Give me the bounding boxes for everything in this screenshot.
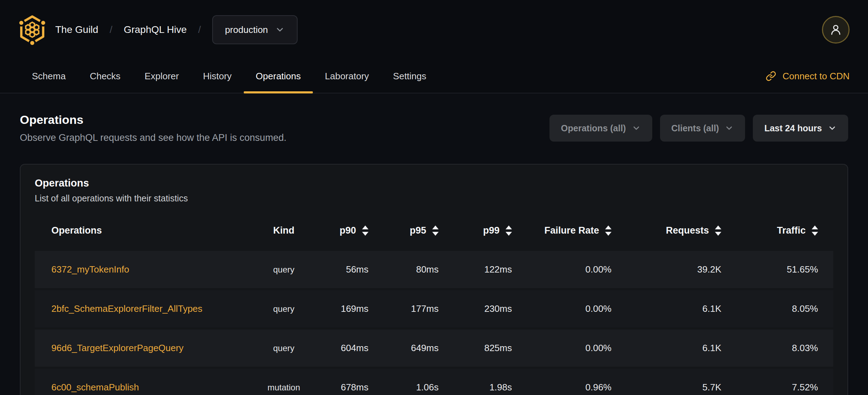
sort-icon xyxy=(432,225,439,236)
column-header-kind: Kind xyxy=(232,214,335,247)
sort-icon xyxy=(605,225,611,236)
operation-traffic: 8.05% xyxy=(727,290,833,327)
operation-p90: 56ms xyxy=(335,251,374,288)
chevron-down-icon xyxy=(725,124,734,133)
breadcrumb-organization[interactable]: The Guild xyxy=(55,24,98,35)
chevron-down-icon xyxy=(275,25,285,35)
card-subtitle: List of all operations with their statis… xyxy=(35,193,833,204)
sort-icon xyxy=(715,225,721,236)
table-row: 2bfc_SchemaExplorerFilter_AllTypes query… xyxy=(35,290,833,327)
table-header: Operations Kind p90 p95 p99 Failure Rate xyxy=(35,214,833,247)
sort-icon xyxy=(812,225,818,236)
tab-operations[interactable]: Operations xyxy=(244,59,313,93)
filter-buttons: Operations (all) Clients (all) Last 24 h… xyxy=(549,115,848,142)
column-label: p99 xyxy=(483,225,500,236)
column-label: p90 xyxy=(339,225,356,236)
operation-p95: 649ms xyxy=(374,330,444,367)
table-row: 6372_myTokenInfo query 56ms 80ms 122ms 0… xyxy=(35,251,833,288)
link-icon xyxy=(766,71,776,81)
hive-logo-icon[interactable] xyxy=(18,15,46,45)
operation-failure-rate: 0.96% xyxy=(518,369,617,395)
operation-kind: query xyxy=(232,330,335,367)
column-header-p95[interactable]: p95 xyxy=(374,214,444,247)
operations-filter-button[interactable]: Operations (all) xyxy=(549,115,652,142)
operation-kind: query xyxy=(232,251,335,288)
operation-p90: 604ms xyxy=(335,330,374,367)
operations-filter-label: Operations (all) xyxy=(561,123,626,133)
operation-traffic: 8.03% xyxy=(727,330,833,367)
operation-p99: 230ms xyxy=(444,290,518,327)
operation-p90: 169ms xyxy=(335,290,374,327)
operation-failure-rate: 0.00% xyxy=(518,330,617,367)
column-label: Requests xyxy=(666,225,709,236)
operation-p99: 825ms xyxy=(444,330,518,367)
chevron-down-icon xyxy=(828,124,837,133)
clients-filter-label: Clients (all) xyxy=(671,123,719,133)
table-row: 96d6_TargetExplorerPageQuery query 604ms… xyxy=(35,330,833,367)
operation-kind: query xyxy=(232,290,335,327)
user-icon xyxy=(829,23,843,37)
operation-requests: 39.2K xyxy=(617,251,727,288)
table-row: 6c00_schemaPublish mutation 678ms 1.06s … xyxy=(35,369,833,395)
tab-schema[interactable]: Schema xyxy=(20,59,78,93)
user-menu-avatar[interactable] xyxy=(822,16,850,44)
target-selector[interactable]: production xyxy=(212,15,298,44)
breadcrumb-project[interactable]: GraphQL Hive xyxy=(124,24,187,35)
operation-traffic: 51.65% xyxy=(727,251,833,288)
period-filter-label: Last 24 hours xyxy=(764,123,822,133)
chevron-down-icon xyxy=(632,124,641,133)
column-label: Traffic xyxy=(777,225,806,236)
nav-tab-bar: Schema Checks Explorer History Operation… xyxy=(0,59,868,93)
page-heading-block: Operations Observe GraphQL requests and … xyxy=(20,113,286,143)
operation-requests: 6.1K xyxy=(617,290,727,327)
operation-kind: mutation xyxy=(232,369,335,395)
operation-failure-rate: 0.00% xyxy=(518,290,617,327)
period-filter-button[interactable]: Last 24 hours xyxy=(753,115,848,142)
column-header-operations: Operations xyxy=(35,214,232,247)
operations-table: Operations Kind p90 p95 p99 Failure Rate xyxy=(35,214,833,395)
operation-requests: 6.1K xyxy=(617,330,727,367)
page-subtitle: Observe GraphQL requests and see how the… xyxy=(20,132,286,143)
operation-p95: 1.06s xyxy=(374,369,444,395)
breadcrumb-separator: / xyxy=(198,24,201,35)
operation-p99: 1.98s xyxy=(444,369,518,395)
operations-card: Operations List of all operations with t… xyxy=(20,164,848,395)
connect-to-cdn-link[interactable]: Connect to CDN xyxy=(766,59,850,93)
operation-failure-rate: 0.00% xyxy=(518,251,617,288)
main-content: Operations Observe GraphQL requests and … xyxy=(0,93,868,395)
operation-p99: 122ms xyxy=(444,251,518,288)
column-label: p95 xyxy=(410,225,426,236)
operation-requests: 5.7K xyxy=(617,369,727,395)
breadcrumb: The Guild / GraphQL Hive / production xyxy=(55,15,298,44)
app-header: The Guild / GraphQL Hive / production xyxy=(0,0,868,59)
tab-laboratory[interactable]: Laboratory xyxy=(313,59,381,93)
column-label: Failure Rate xyxy=(544,225,599,236)
operation-traffic: 7.52% xyxy=(727,369,833,395)
operation-link[interactable]: 2bfc_SchemaExplorerFilter_AllTypes xyxy=(51,303,202,314)
card-title: Operations xyxy=(35,177,833,189)
tab-history[interactable]: History xyxy=(191,59,244,93)
operation-p95: 177ms xyxy=(374,290,444,327)
column-header-p90[interactable]: p90 xyxy=(335,214,374,247)
clients-filter-button[interactable]: Clients (all) xyxy=(660,115,745,142)
page-head: Operations Observe GraphQL requests and … xyxy=(0,93,868,143)
operation-p90: 678ms xyxy=(335,369,374,395)
sort-icon xyxy=(506,225,512,236)
column-header-failure-rate[interactable]: Failure Rate xyxy=(518,214,617,247)
operation-link[interactable]: 6c00_schemaPublish xyxy=(51,382,139,393)
column-header-requests[interactable]: Requests xyxy=(617,214,727,247)
page-title: Operations xyxy=(20,113,286,127)
operation-link[interactable]: 96d6_TargetExplorerPageQuery xyxy=(51,343,184,354)
column-header-p99[interactable]: p99 xyxy=(444,214,518,247)
tab-checks[interactable]: Checks xyxy=(78,59,133,93)
operation-p95: 80ms xyxy=(374,251,444,288)
tab-settings[interactable]: Settings xyxy=(381,59,438,93)
target-selector-label: production xyxy=(225,24,268,35)
operation-link[interactable]: 6372_myTokenInfo xyxy=(51,264,129,275)
sort-icon xyxy=(362,225,368,236)
tab-explorer[interactable]: Explorer xyxy=(133,59,191,93)
column-header-traffic[interactable]: Traffic xyxy=(727,214,833,247)
breadcrumb-separator: / xyxy=(109,24,112,35)
connect-to-cdn-label: Connect to CDN xyxy=(783,71,850,82)
